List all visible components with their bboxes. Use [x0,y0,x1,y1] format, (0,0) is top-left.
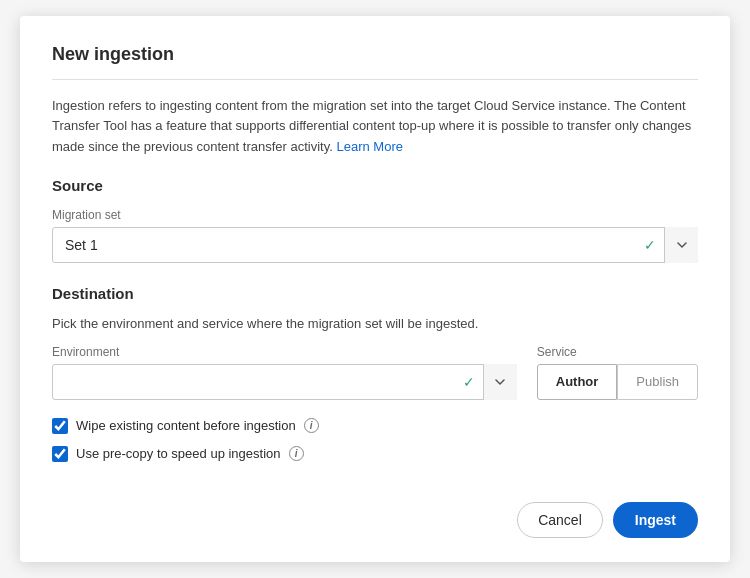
environment-wrapper: ✓ [52,364,517,400]
destination-section-title: Destination [52,285,698,302]
service-field: Service Author Publish [537,345,698,400]
environment-field: Environment ✓ [52,345,517,400]
environment-dropdown-btn[interactable] [483,364,517,400]
check-icon: ✓ [636,237,664,253]
env-service-row: Environment ✓ Ser [52,345,698,400]
publish-button[interactable]: Publish [617,364,698,400]
migration-set-label: Migration set [52,208,698,222]
source-section: Source Migration set Set 1 ✓ [52,177,698,263]
divider [52,79,698,80]
wipe-content-checkbox[interactable] [52,418,68,434]
destination-description: Pick the environment and service where t… [52,316,698,331]
environment-select[interactable] [52,364,517,400]
env-check-icon: ✓ [455,374,483,390]
wipe-content-label: Wipe existing content before ingestion [76,418,296,433]
migration-set-dropdown-btn[interactable] [664,227,698,263]
migration-set-wrapper: Set 1 ✓ [52,227,698,263]
author-button[interactable]: Author [537,364,618,400]
precopy-label: Use pre-copy to speed up ingestion [76,446,281,461]
precopy-checkbox[interactable] [52,446,68,462]
modal-footer: Cancel Ingest [52,486,698,538]
migration-set-select[interactable]: Set 1 [52,227,698,263]
precopy-info-icon[interactable]: i [289,446,304,461]
wipe-content-row: Wipe existing content before ingestion i [52,418,698,434]
cancel-button[interactable]: Cancel [517,502,603,538]
wipe-content-info-icon[interactable]: i [304,418,319,433]
new-ingestion-modal: New ingestion Ingestion refers to ingest… [20,16,730,561]
ingest-button[interactable]: Ingest [613,502,698,538]
service-buttons: Author Publish [537,364,698,400]
service-label: Service [537,345,698,359]
modal-title: New ingestion [52,44,698,65]
destination-section: Destination Pick the environment and ser… [52,285,698,462]
learn-more-link[interactable]: Learn More [336,139,402,154]
precopy-row: Use pre-copy to speed up ingestion i [52,446,698,462]
environment-label: Environment [52,345,517,359]
source-section-title: Source [52,177,698,194]
modal-description: Ingestion refers to ingesting content fr… [52,96,698,156]
